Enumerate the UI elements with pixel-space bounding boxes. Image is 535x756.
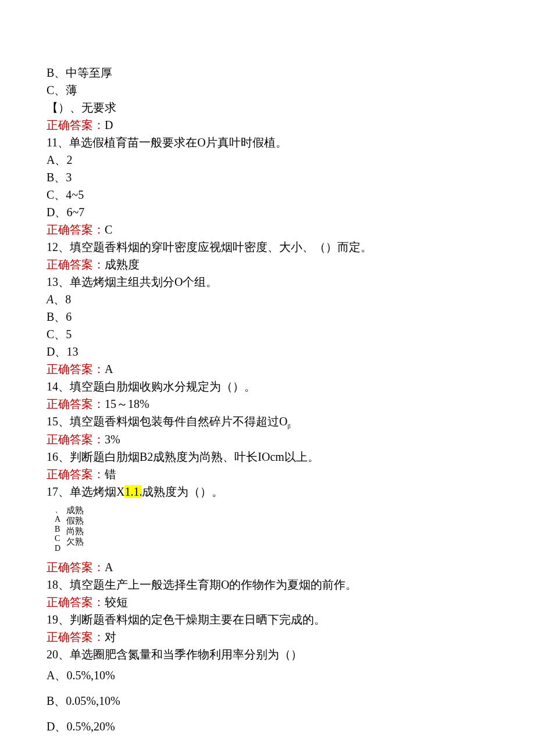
- q12-answer-value: 成熟度: [105, 258, 140, 271]
- q18-answer: 正确答案：较短: [47, 593, 488, 611]
- q17-text-b: 成熟度为（）。: [142, 485, 223, 498]
- q14-text: 14、填空题白肋烟收购水分规定为（）。: [47, 378, 488, 395]
- q17-highlight: 1.1.: [124, 485, 142, 498]
- q14-answer: 正确答案：15～18%: [47, 395, 488, 413]
- q17-options: 、 A B C D 成熟 假熟 尚熟 欠熟: [47, 505, 488, 554]
- answer-label: 正确答案：: [47, 258, 105, 271]
- q11-answer-value: C: [105, 223, 112, 236]
- answer-label: 正确答案：: [47, 468, 105, 481]
- q19-answer: 正确答案：对: [47, 628, 488, 646]
- q13-option-a-val: 、8: [54, 293, 71, 306]
- q17-text-a: 17、单选烤烟X: [47, 485, 124, 498]
- q17-label-4: D: [55, 544, 63, 554]
- answer-label: 正确答案：: [47, 119, 105, 131]
- q16-answer-value: 错: [105, 468, 116, 481]
- q13-option-a-label: A: [47, 293, 54, 306]
- q20-option-a: A、0.5%,10%: [47, 667, 488, 684]
- q20-options: A、0.5%,10% B、0.05%,10% D、0.5%,20%: [47, 667, 488, 735]
- answer-label: 正确答案：: [47, 223, 105, 236]
- q13-text: 13、单选烤烟主组共划分O个组。: [47, 273, 488, 291]
- q17-option-2: 尚熟: [66, 526, 84, 536]
- q17-option-3: 欠熟: [66, 536, 84, 547]
- q13-option-b: B、6: [47, 308, 488, 325]
- q17-text: 17、单选烤烟X1.1.成熟度为（）。: [47, 483, 488, 500]
- q15-text: 15、填空题香料烟包装每件自然碎片不得超过Oβ: [47, 413, 488, 431]
- q17-answer-value: A: [105, 561, 113, 574]
- q10-answer-value: D: [105, 119, 113, 131]
- q13-option-a: A、8: [47, 291, 488, 308]
- q10-option-d: 【）、无要求: [47, 99, 488, 116]
- q17-label-0: 、: [55, 505, 63, 515]
- q16-answer: 正确答案：错: [47, 465, 488, 483]
- q15-answer: 正确答案：3%: [47, 431, 488, 448]
- q17-option-0: 成熟: [66, 505, 84, 515]
- q11-option-d: D、6~7: [47, 203, 488, 221]
- q13-answer: 正确答案：A: [47, 360, 488, 378]
- q15-answer-value: 3%: [105, 433, 120, 446]
- q11-answer: 正确答案：C: [47, 221, 488, 238]
- q14-answer-value: 15～18%: [105, 397, 149, 410]
- answer-label: 正确答案：: [47, 561, 105, 574]
- answer-label: 正确答案：: [47, 397, 105, 410]
- q11-option-c: C、4~5: [47, 186, 488, 203]
- q11-option-b: B、3: [47, 169, 488, 186]
- q19-text: 19、判断题香料烟的定色干燥期主要在日晒下完成的。: [47, 611, 488, 628]
- answer-label: 正确答案：: [47, 630, 105, 643]
- answer-label: 正确答案：: [47, 596, 105, 608]
- q15-text-a: 15、填空题香料烟包装每件自然碎片不得超过O: [47, 415, 287, 428]
- q17-label-2: B: [55, 525, 63, 535]
- q12-answer: 正确答案：成熟度: [47, 256, 488, 273]
- q17-label-1: A: [55, 515, 63, 525]
- q17-option-values: 成熟 假熟 尚熟 欠熟: [66, 505, 84, 547]
- q20-option-d: D、0.5%,20%: [47, 718, 488, 735]
- q17-option-1: 假熟: [66, 515, 84, 526]
- q17-option-labels: 、 A B C D: [55, 505, 63, 554]
- q13-option-c: C、5: [47, 325, 488, 343]
- q19-answer-value: 对: [105, 630, 116, 643]
- q15-text-b: β: [287, 423, 290, 429]
- q11-text: 11、单选假植育苗一般要求在O片真叶时假植。: [47, 134, 488, 151]
- q11-option-a: A、2: [47, 151, 488, 169]
- answer-label: 正确答案：: [47, 433, 105, 446]
- q16-text: 16、判断题白肋烟B2成熟度为尚熟、叶长IOcm以上。: [47, 448, 488, 465]
- answer-label: 正确答案：: [47, 363, 105, 375]
- q17-label-3: C: [55, 534, 63, 544]
- q10-answer: 正确答案：D: [47, 116, 488, 134]
- q12-text: 12、填空题香料烟的穿叶密度应视烟叶密度、大小、（）而定。: [47, 238, 488, 256]
- q20-option-b: B、0.05%,10%: [47, 692, 488, 710]
- q13-option-d: D、13: [47, 343, 488, 360]
- q13-answer-value: A: [105, 363, 113, 375]
- q10-option-b: B、中等至厚: [47, 64, 488, 81]
- q18-text: 18、填空题生产上一般选择生育期O的作物作为夏烟的前作。: [47, 576, 488, 593]
- q17-answer: 正确答案：A: [47, 558, 488, 576]
- q18-answer-value: 较短: [105, 596, 128, 608]
- q20-text: 20、单选圈肥含氮量和当季作物利用率分别为（）: [47, 646, 488, 663]
- q10-option-c: C、薄: [47, 81, 488, 99]
